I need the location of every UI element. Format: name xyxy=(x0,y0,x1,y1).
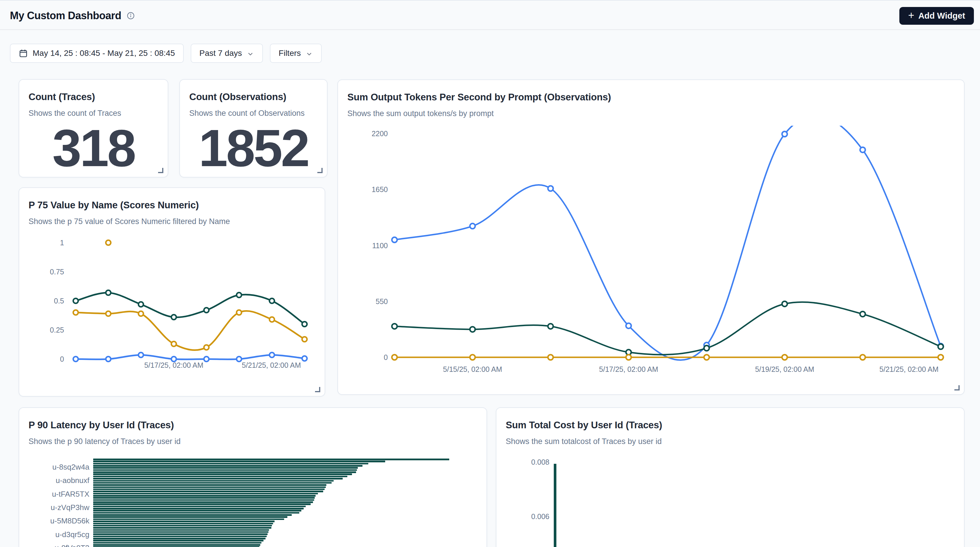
latency-bar[interactable] xyxy=(93,501,313,503)
isolated-data-point[interactable] xyxy=(106,240,111,245)
latency-bar[interactable] xyxy=(93,480,334,482)
latency-bar[interactable] xyxy=(93,516,287,518)
data-point-score-teal[interactable] xyxy=(172,315,177,320)
data-point-prompt-teal[interactable] xyxy=(548,323,553,329)
data-point-prompt-yellow[interactable] xyxy=(938,355,943,360)
cost-bar[interactable] xyxy=(554,464,556,547)
data-point-score-blue[interactable] xyxy=(73,357,78,361)
latency-bar[interactable] xyxy=(93,508,304,509)
latency-bar[interactable] xyxy=(93,467,358,469)
p75-line-chart[interactable]: 00.250.50.7515/17/25, 02:00 AM5/21/25, 0… xyxy=(24,233,324,379)
data-point-score-blue[interactable] xyxy=(172,357,177,361)
latency-bar[interactable] xyxy=(93,510,301,512)
data-point-prompt-teal[interactable] xyxy=(938,344,943,349)
latency-bar[interactable] xyxy=(93,527,271,529)
latency-bar[interactable] xyxy=(93,463,368,465)
data-point-score-teal[interactable] xyxy=(302,322,307,327)
latency-bar[interactable] xyxy=(93,538,266,539)
date-range-button[interactable]: May 14, 25 : 08:45 - May 21, 25 : 08:45 xyxy=(10,44,184,63)
data-point-prompt-teal[interactable] xyxy=(470,327,475,332)
data-point-score-blue[interactable] xyxy=(302,356,307,361)
data-point-score-blue[interactable] xyxy=(237,357,242,361)
latency-bar[interactable] xyxy=(93,482,332,484)
data-point-score-yellow[interactable] xyxy=(270,317,275,322)
data-point-score-yellow[interactable] xyxy=(172,342,177,347)
data-point-prompt-yellow[interactable] xyxy=(548,355,553,360)
data-point-prompt-yellow[interactable] xyxy=(470,355,475,360)
latency-bar[interactable] xyxy=(93,487,326,488)
latency-bar[interactable] xyxy=(93,476,347,477)
data-point-score-yellow[interactable] xyxy=(106,311,111,316)
latency-bar[interactable] xyxy=(93,536,267,537)
latency-bar[interactable] xyxy=(93,491,323,492)
data-point-score-yellow[interactable] xyxy=(302,337,307,342)
data-point-score-teal[interactable] xyxy=(270,298,275,303)
data-point-prompt-yellow[interactable] xyxy=(782,355,787,360)
latency-bar[interactable] xyxy=(93,533,267,535)
latency-bar[interactable] xyxy=(93,531,269,533)
data-point-score-yellow[interactable] xyxy=(73,310,78,315)
latency-bar[interactable] xyxy=(93,544,260,546)
latency-bar[interactable] xyxy=(93,525,272,526)
latency-bar[interactable] xyxy=(93,488,325,490)
latency-bar[interactable] xyxy=(93,473,352,475)
latency-bar[interactable] xyxy=(93,529,269,531)
data-point-prompt-blue[interactable] xyxy=(860,147,865,152)
data-point-score-teal[interactable] xyxy=(237,293,242,298)
data-point-score-blue[interactable] xyxy=(138,353,143,358)
latency-bar[interactable] xyxy=(93,458,449,460)
latency-bar[interactable] xyxy=(93,540,264,541)
latency-bar[interactable] xyxy=(93,469,357,471)
latency-bar[interactable] xyxy=(93,497,315,499)
data-point-prompt-teal[interactable] xyxy=(782,301,787,306)
data-point-prompt-teal[interactable] xyxy=(392,323,397,329)
latency-bar[interactable] xyxy=(93,499,314,501)
data-point-prompt-yellow[interactable] xyxy=(860,355,865,360)
time-preset-select[interactable]: Past 7 days xyxy=(191,44,263,63)
data-point-score-yellow[interactable] xyxy=(204,345,209,350)
latency-bar[interactable] xyxy=(93,484,326,486)
data-point-prompt-blue[interactable] xyxy=(782,132,787,137)
data-point-prompt-teal[interactable] xyxy=(704,346,709,351)
latency-bar[interactable] xyxy=(93,506,306,507)
data-point-prompt-yellow[interactable] xyxy=(392,355,397,360)
latency-bar[interactable] xyxy=(93,461,385,462)
data-point-prompt-blue[interactable] xyxy=(548,186,553,191)
latency-bar[interactable] xyxy=(93,471,356,473)
resize-handle-icon[interactable] xyxy=(953,384,960,391)
resize-handle-icon[interactable] xyxy=(157,167,164,173)
p90-bar-chart[interactable]: u-8sq2w4au-aobnuxfu-tFAR5TXu-zVqP3hwu-5M… xyxy=(19,408,487,547)
latency-bar[interactable] xyxy=(93,478,343,479)
latency-bar[interactable] xyxy=(93,514,292,516)
data-point-prompt-blue[interactable] xyxy=(392,237,397,243)
data-point-score-yellow[interactable] xyxy=(237,310,242,315)
latency-bar[interactable] xyxy=(93,465,363,467)
data-point-score-teal[interactable] xyxy=(106,290,111,295)
data-point-score-teal[interactable] xyxy=(73,298,78,303)
info-icon[interactable] xyxy=(127,12,135,20)
tokens-line-chart[interactable]: 05501100165022005/15/25, 02:00 AM5/17/25… xyxy=(347,126,958,376)
add-widget-button[interactable]: + Add Widget xyxy=(899,7,974,25)
latency-bar[interactable] xyxy=(93,523,273,525)
data-point-prompt-blue[interactable] xyxy=(470,224,475,229)
data-point-prompt-teal[interactable] xyxy=(860,311,865,317)
latency-bar[interactable] xyxy=(93,520,275,522)
data-point-score-yellow[interactable] xyxy=(138,311,143,316)
latency-bar[interactable] xyxy=(93,518,284,520)
latency-bar[interactable] xyxy=(93,503,311,505)
latency-bar[interactable] xyxy=(93,542,261,544)
cost-bar-chart[interactable]: 0.0080.006 xyxy=(496,408,964,547)
resize-handle-icon[interactable] xyxy=(314,386,321,393)
data-point-score-blue[interactable] xyxy=(204,357,209,361)
data-point-prompt-yellow[interactable] xyxy=(626,355,631,360)
resize-handle-icon[interactable] xyxy=(317,167,323,173)
latency-bar[interactable] xyxy=(93,493,318,495)
data-point-score-blue[interactable] xyxy=(106,357,111,361)
latency-bar[interactable] xyxy=(93,512,299,514)
data-point-prompt-yellow[interactable] xyxy=(704,355,709,360)
data-point-score-teal[interactable] xyxy=(204,308,209,313)
data-point-prompt-blue[interactable] xyxy=(626,323,631,328)
data-point-score-blue[interactable] xyxy=(270,353,275,358)
data-point-score-teal[interactable] xyxy=(138,302,143,307)
latency-bar[interactable] xyxy=(93,495,316,497)
